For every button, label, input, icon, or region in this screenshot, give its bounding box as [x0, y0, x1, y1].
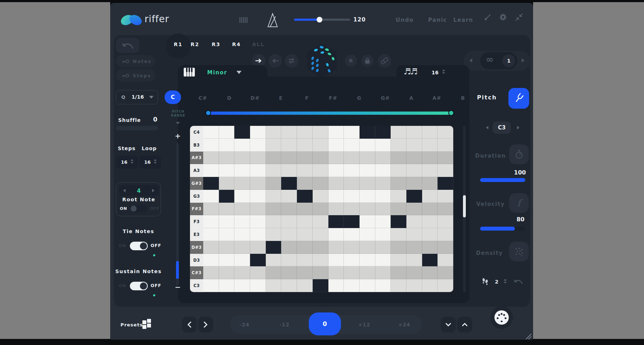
key-d[interactable]: D — [227, 95, 232, 101]
grid-cell-g3-step11[interactable] — [360, 190, 375, 203]
grid-cell-c4-step1[interactable] — [203, 126, 219, 139]
grid-cell-fsharp3-step13[interactable] — [391, 203, 406, 216]
grid-cell-asharp3-step8[interactable] — [313, 152, 328, 164]
note-cell-f3-step10[interactable] — [344, 215, 360, 228]
grid-cell-d3-step13[interactable] — [391, 254, 406, 267]
grid-cell-e3-step2[interactable] — [219, 228, 235, 241]
note-cell-gsharp3-step16[interactable] — [438, 177, 453, 190]
grid-cell-c4-step5[interactable] — [266, 126, 282, 139]
grid-cell-b3-step15[interactable] — [422, 139, 438, 152]
riff-tab-r4[interactable]: R4 — [232, 41, 241, 47]
duration-button[interactable] — [509, 144, 529, 164]
roll-scrollbar[interactable] — [463, 126, 466, 292]
grid-cell-csharp3-step4[interactable] — [250, 266, 266, 279]
grid-cell-fsharp3-step6[interactable] — [281, 203, 297, 216]
grid-cell-c3-step11[interactable] — [360, 279, 375, 292]
grid-cell-asharp3-step16[interactable] — [438, 152, 453, 164]
grid-cell-e3-step1[interactable] — [203, 228, 219, 241]
grid-cell-asharp3-step15[interactable] — [422, 152, 438, 164]
grid-cell-b3-step5[interactable] — [266, 139, 282, 152]
key-b[interactable]: B — [461, 95, 465, 101]
grid-cell-a3-step4[interactable] — [250, 164, 266, 177]
grid-cell-a3-step2[interactable] — [219, 164, 235, 177]
grid-cell-csharp3-step10[interactable] — [344, 266, 360, 279]
grid-cell-fsharp3-step9[interactable] — [328, 203, 344, 216]
grid-cell-d3-step5[interactable] — [266, 254, 282, 267]
grid-cell-f3-step7[interactable] — [297, 215, 313, 228]
grid-cell-d3-step16[interactable] — [438, 254, 453, 267]
grid-cell-dsharp3-step6[interactable] — [281, 241, 297, 254]
grid-cell-b3-step9[interactable] — [328, 139, 344, 152]
grid-cell-c4-step9[interactable] — [328, 126, 344, 139]
pattern-prev-icon[interactable] — [469, 58, 473, 63]
grid-cell-f3-step2[interactable] — [219, 215, 235, 228]
roll-scrollbar-thumb[interactable] — [463, 195, 466, 217]
grid-cell-gsharp3-step8[interactable] — [313, 177, 328, 190]
grid-cell-d3-step11[interactable] — [360, 254, 375, 267]
grid-cell-a3-step1[interactable] — [203, 164, 219, 177]
grid-cell-e3-step13[interactable] — [391, 228, 406, 241]
note-cell-g3-step7[interactable] — [297, 190, 313, 203]
grid-cell-a3-step3[interactable] — [234, 164, 250, 177]
grid-cell-asharp3-step7[interactable] — [297, 152, 313, 164]
grid-cell-g3-step4[interactable] — [250, 190, 266, 203]
transpose-option-0[interactable]: 0 — [309, 312, 341, 335]
grid-cell-c3-step13[interactable] — [391, 279, 406, 292]
pattern-next-icon[interactable] — [521, 58, 525, 63]
grid-cell-c4-step10[interactable] — [344, 126, 360, 139]
sustain-notes-toggle[interactable] — [130, 282, 148, 290]
grid-cell-a3-step14[interactable] — [406, 164, 422, 177]
grid-cell-c4-step14[interactable] — [406, 126, 422, 139]
grid-cell-b3-step11[interactable] — [360, 139, 375, 152]
grid-cell-g3-step1[interactable] — [203, 190, 219, 203]
grid-cell-g3-step15[interactable] — [422, 190, 438, 203]
grid-cell-d3-step7[interactable] — [297, 254, 313, 267]
riff-tab-all[interactable]: ALL — [252, 41, 265, 47]
grid-cell-c4-step2[interactable] — [219, 126, 235, 139]
grid-cell-e3-step11[interactable] — [360, 228, 375, 241]
note-cell-g3-step2[interactable] — [219, 190, 235, 203]
grid-cell-g3-step10[interactable] — [344, 190, 360, 203]
grid-cell-c4-step8[interactable] — [313, 126, 328, 139]
pitch-mode-button[interactable] — [508, 88, 529, 109]
loop-mode-pill[interactable]: ∞ 1 — [480, 52, 517, 69]
eraser-icon[interactable] — [378, 54, 391, 68]
grid-cell-dsharp3-step16[interactable] — [438, 241, 453, 254]
pitch-range-collapse-arrow[interactable] — [176, 122, 180, 124]
grid-cell-csharp3-step8[interactable] — [313, 266, 328, 279]
grid-cell-gsharp3-step11[interactable] — [360, 177, 375, 190]
shuffle-slider[interactable] — [116, 126, 158, 130]
swap-arrows-button[interactable] — [285, 54, 298, 68]
pitch-range-handle-low[interactable] — [205, 110, 211, 116]
grid-cell-fsharp3-step4[interactable] — [250, 203, 266, 216]
grid-cell-d3-step14[interactable] — [406, 254, 422, 267]
grid-cell-g3-step6[interactable] — [281, 190, 297, 203]
grid-cell-c4-step15[interactable] — [422, 126, 438, 139]
grid-cell-asharp3-step2[interactable] — [219, 152, 235, 164]
back-button[interactable] — [116, 38, 140, 53]
loop-count[interactable]: 1 — [502, 54, 515, 67]
grid-cell-f3-step14[interactable] — [406, 215, 422, 228]
grid-cell-csharp3-step11[interactable] — [360, 266, 375, 279]
grid-cell-e3-step12[interactable] — [375, 228, 391, 241]
grid-cell-c3-step3[interactable] — [234, 279, 250, 292]
grid-cell-fsharp3-step14[interactable] — [406, 203, 422, 216]
grid-cell-csharp3-step7[interactable] — [297, 266, 313, 279]
grid-cell-gsharp3-step2[interactable] — [219, 177, 235, 190]
grid-cell-csharp3-step15[interactable] — [422, 266, 438, 279]
note-cell-d3-step4[interactable] — [250, 254, 266, 267]
grid-cell-csharp3-step14[interactable] — [406, 266, 422, 279]
grid-cell-gsharp3-step3[interactable] — [234, 177, 250, 190]
quantize-dropdown[interactable]: Q 1/16 — [116, 90, 158, 104]
roll-zoom-thumb[interactable] — [176, 261, 179, 279]
grid-cell-asharp3-step9[interactable] — [328, 152, 344, 164]
octave-up-button[interactable] — [457, 317, 472, 332]
grid-cell-f3-step3[interactable] — [234, 215, 250, 228]
grid-cell-gsharp3-step15[interactable] — [422, 177, 438, 190]
grid-cell-b3-step6[interactable] — [281, 139, 297, 152]
grid-cell-f3-step11[interactable] — [360, 215, 375, 228]
note-cell-c3-step8[interactable] — [313, 279, 328, 292]
note-cell-c4-step12[interactable] — [375, 126, 391, 139]
transpose-option--24[interactable]: -24 — [239, 322, 249, 327]
root-note-next-icon[interactable] — [152, 188, 155, 193]
